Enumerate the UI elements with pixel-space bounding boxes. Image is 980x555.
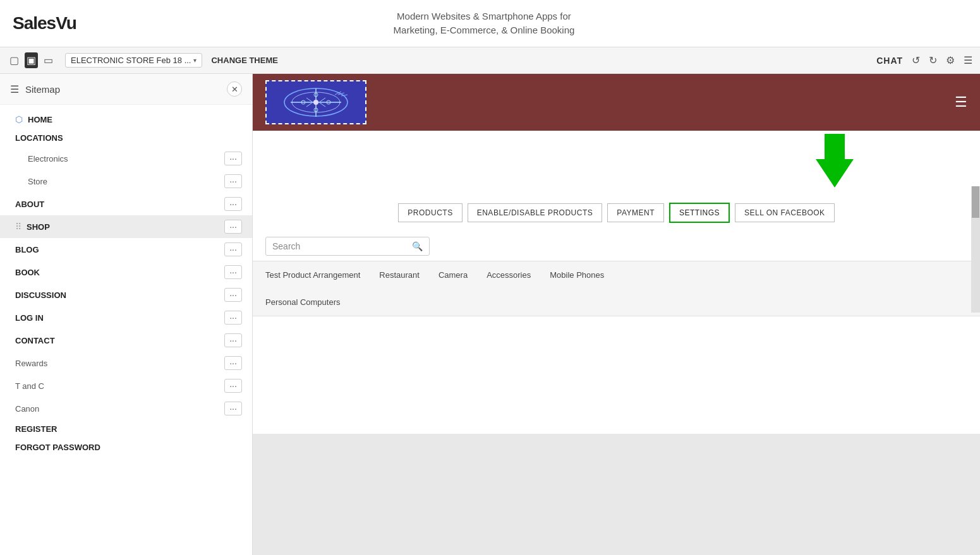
cat-tab-camera[interactable]: Camera bbox=[439, 268, 468, 282]
sitemap-item-locations[interactable]: LOCATIONS bbox=[0, 129, 252, 147]
sitemap-item-contact[interactable]: CONTACT ··· bbox=[0, 329, 252, 352]
search-placeholder: Search bbox=[272, 241, 412, 251]
sitemap-item-label: LOCATIONS bbox=[15, 133, 242, 143]
sitemap-item-label: LOG IN bbox=[15, 313, 224, 323]
undo-icon[interactable]: ↺ bbox=[912, 54, 920, 66]
category-tabs-row1: Test Product Arrangement Restaurant Came… bbox=[253, 261, 980, 289]
home-icon: ⬡ bbox=[15, 114, 23, 124]
site-logo-svg bbox=[278, 85, 354, 120]
site-content: PRODUCTS ENABLE/DISABLE PRODUCTS PAYMENT… bbox=[253, 131, 980, 434]
preview-area: ☰ PRODUCTS ENABLE/DISABLE PRODUCTS PAYME… bbox=[253, 74, 980, 555]
settings-icon[interactable]: ⚙ bbox=[946, 54, 955, 66]
change-theme-button[interactable]: CHANGE THEME bbox=[211, 56, 277, 65]
mobile-device-icon[interactable]: ▢ bbox=[8, 52, 21, 68]
store-dropdown-arrow: ▾ bbox=[193, 57, 197, 64]
sitemap-item-book[interactable]: BOOK ··· bbox=[0, 261, 252, 283]
sitemap-item-dots[interactable]: ··· bbox=[224, 356, 242, 370]
sitemap-item-label: BOOK bbox=[15, 268, 224, 277]
sitemap-item-electronics[interactable]: Electronics ··· bbox=[0, 147, 252, 170]
sitemap-item-dots[interactable]: ··· bbox=[224, 174, 242, 188]
device-icons: ▢ ▣ ▭ bbox=[8, 52, 55, 68]
sitemap-item-login[interactable]: LOG IN ··· bbox=[0, 306, 252, 329]
tablet-device-icon[interactable]: ▣ bbox=[25, 52, 38, 68]
sitemap-item-label: Rewards bbox=[15, 359, 224, 368]
store-selector[interactable]: ELECTRONIC STORE Feb 18 ... ▾ bbox=[65, 53, 202, 68]
cat-tab-mobile-phones[interactable]: Mobile Phones bbox=[550, 268, 604, 282]
sitemap-item-label: ABOUT bbox=[15, 200, 224, 209]
sitemap-item-dots[interactable]: ··· bbox=[224, 402, 242, 415]
category-tabs: Test Product Arrangement Restaurant Came… bbox=[253, 261, 980, 316]
sitemap-item-dots[interactable]: ··· bbox=[224, 333, 242, 347]
settings-button[interactable]: SETTINGS bbox=[669, 203, 730, 223]
sitemap-item-store[interactable]: Store ··· bbox=[0, 170, 252, 193]
sitemap-item-dots[interactable]: ··· bbox=[224, 242, 242, 256]
sitemap-item-shop[interactable]: ⠿ SHOP ··· bbox=[0, 215, 252, 238]
sitemap-item-dots[interactable]: ··· bbox=[224, 265, 242, 279]
svg-line-11 bbox=[306, 102, 313, 107]
sitemap-item-dots[interactable]: ··· bbox=[224, 379, 242, 393]
sitemap-item-label: CONTACT bbox=[15, 336, 224, 345]
sitemap-item-label: REGISTER bbox=[15, 424, 242, 434]
cat-tab-restaurant[interactable]: Restaurant bbox=[379, 268, 420, 282]
payment-button[interactable]: PAYMENT bbox=[607, 203, 664, 222]
sitemap-item-canon[interactable]: Canon ··· bbox=[0, 397, 252, 420]
sitemap-item-about[interactable]: ABOUT ··· bbox=[0, 193, 252, 215]
sitemap-item-rewards[interactable]: Rewards ··· bbox=[0, 352, 252, 374]
sitemap-item-register[interactable]: REGISTER bbox=[0, 420, 252, 438]
sitemap-item-home[interactable]: ⬡ HOME bbox=[0, 110, 252, 129]
sitemap-item-label: BLOG bbox=[15, 245, 224, 254]
toolbar-right: CHAT ↺ ↻ ⚙ ☰ bbox=[876, 54, 972, 66]
search-icon: 🔍 bbox=[412, 241, 423, 251]
sitemap-item-label: Electronics bbox=[28, 154, 224, 164]
sitemap-item-dots[interactable]: ··· bbox=[224, 152, 242, 165]
main-layout: ☰ Sitemap ✕ ⬡ HOME LOCATIONS Electronics… bbox=[0, 74, 980, 555]
sitemap-item-blog[interactable]: BLOG ··· bbox=[0, 238, 252, 261]
toolbar: ▢ ▣ ▭ ELECTRONIC STORE Feb 18 ... ▾ CHAN… bbox=[0, 47, 980, 74]
cat-tab-accessories[interactable]: Accessories bbox=[487, 268, 531, 282]
category-tabs-row2: Personal Computers bbox=[253, 289, 980, 316]
sitemap-title: Sitemap bbox=[25, 84, 60, 95]
sitemap-item-label: Store bbox=[28, 177, 224, 186]
drag-handle-icon[interactable]: ⠿ bbox=[15, 222, 21, 232]
cat-tab-personal-computers[interactable]: Personal Computers bbox=[265, 295, 341, 309]
site-header: ☰ bbox=[253, 74, 980, 131]
sitemap-panel: ☰ Sitemap ✕ ⬡ HOME LOCATIONS Electronics… bbox=[0, 74, 253, 555]
chat-button[interactable]: CHAT bbox=[876, 56, 903, 66]
search-box[interactable]: Search 🔍 bbox=[265, 237, 430, 256]
top-header: SalesVu Modern Websites & Smartphone App… bbox=[0, 0, 980, 47]
sitemap-item-forgot-password[interactable]: FORGOT PASSWORD bbox=[0, 438, 252, 457]
search-row: Search 🔍 bbox=[253, 232, 980, 261]
sitemap-item-dots[interactable]: ··· bbox=[224, 288, 242, 302]
svg-line-9 bbox=[306, 98, 313, 102]
preview-frame: ☰ PRODUCTS ENABLE/DISABLE PRODUCTS PAYME… bbox=[253, 74, 980, 434]
store-name: ELECTRONIC STORE Feb 18 ... bbox=[71, 56, 191, 65]
site-logo-box bbox=[265, 80, 366, 124]
sitemap-list: ⬡ HOME LOCATIONS Electronics ··· Store ·… bbox=[0, 105, 252, 555]
sitemap-item-label: DISCUSSION bbox=[15, 290, 224, 300]
svg-line-10 bbox=[319, 98, 325, 102]
sitemap-hamburger-icon[interactable]: ☰ bbox=[10, 83, 19, 95]
sitemap-item-label: T and C bbox=[15, 381, 224, 391]
site-nav-hamburger-icon[interactable]: ☰ bbox=[955, 94, 967, 110]
svg-point-4 bbox=[313, 100, 318, 105]
sitemap-item-tandc[interactable]: T and C ··· bbox=[0, 374, 252, 397]
cat-tab-test-product[interactable]: Test Product Arrangement bbox=[265, 268, 360, 282]
sitemap-header: ☰ Sitemap ✕ bbox=[0, 74, 252, 105]
enable-disable-button[interactable]: ENABLE/DISABLE PRODUCTS bbox=[468, 203, 603, 222]
down-arrow-indicator bbox=[816, 134, 854, 188]
sitemap-close-button[interactable]: ✕ bbox=[227, 81, 242, 97]
site-logo: SalesVu bbox=[13, 13, 76, 33]
refresh-icon[interactable]: ↻ bbox=[929, 54, 937, 66]
sitemap-item-label: FORGOT PASSWORD bbox=[15, 443, 242, 452]
menu-icon[interactable]: ☰ bbox=[964, 54, 972, 66]
shop-buttons-row: PRODUCTS ENABLE/DISABLE PRODUCTS PAYMENT… bbox=[253, 194, 980, 232]
header-tagline: Modern Websites & Smartphone Apps for Ma… bbox=[394, 9, 575, 38]
sitemap-item-dots[interactable]: ··· bbox=[224, 311, 242, 325]
sitemap-item-dots[interactable]: ··· bbox=[224, 220, 242, 234]
desktop-device-icon[interactable]: ▭ bbox=[42, 52, 55, 68]
sitemap-item-discussion[interactable]: DISCUSSION ··· bbox=[0, 283, 252, 306]
sitemap-item-dots[interactable]: ··· bbox=[224, 197, 242, 211]
products-button[interactable]: PRODUCTS bbox=[398, 203, 462, 222]
sitemap-header-left: ☰ Sitemap bbox=[10, 83, 60, 95]
sell-facebook-button[interactable]: SELL ON FACEBOOK bbox=[735, 203, 835, 222]
